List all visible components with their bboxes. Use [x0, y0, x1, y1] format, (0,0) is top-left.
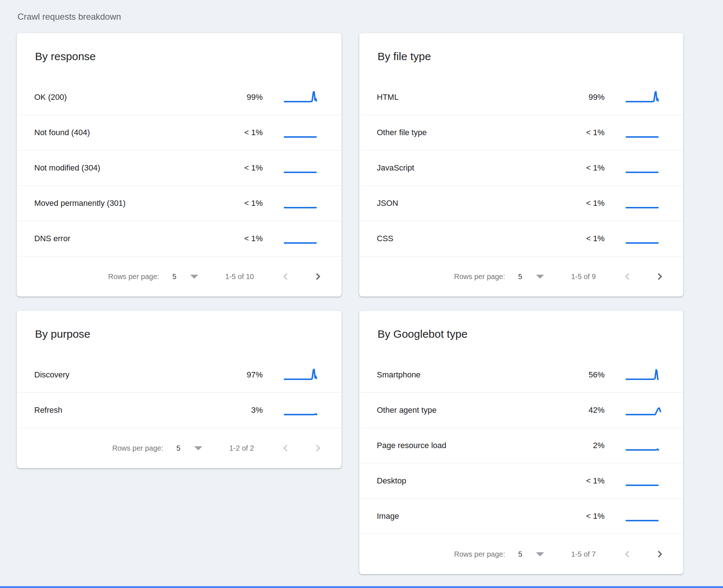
row-label: Moved permanently (301) — [34, 199, 212, 208]
row-label: Smartphone — [377, 370, 554, 380]
chevron-right-icon — [313, 443, 323, 453]
table-row[interactable]: OK (200) 99% — [17, 80, 341, 115]
crawl-requests-breakdown-page: Crawl requests breakdown By response OK … — [0, 0, 723, 588]
row-label: CSS — [377, 234, 554, 243]
row-label: Other agent type — [377, 405, 554, 415]
chevron-left-icon — [623, 272, 632, 281]
chevron-right-icon — [655, 272, 664, 281]
prev-page-button[interactable] — [281, 443, 290, 453]
row-label: Image — [377, 511, 554, 521]
rows-per-page-value[interactable]: 5 — [518, 550, 522, 558]
row-value: 99% — [554, 93, 605, 102]
row-label: JavaScript — [377, 163, 554, 173]
table-row[interactable]: Moved permanently (301) < 1% — [17, 186, 341, 221]
row-value: 3% — [212, 405, 263, 415]
row-value: < 1% — [554, 476, 605, 486]
table-row[interactable]: Page resource load 2% — [359, 428, 683, 463]
sparkline-chart — [625, 197, 663, 210]
sparkline-chart — [283, 232, 321, 245]
row-value: 2% — [554, 441, 605, 450]
next-page-button[interactable] — [655, 272, 664, 281]
table-row[interactable]: Refresh 3% — [17, 393, 341, 428]
pagination-range: 1-5 of 10 — [225, 273, 254, 281]
card-title: By purpose — [17, 311, 341, 357]
table-row[interactable]: Discovery 97% — [17, 357, 341, 393]
breakdown-card: By Googlebot type Smartphone 56% Other a… — [359, 311, 683, 574]
table-row[interactable]: Not modified (304) < 1% — [17, 150, 341, 186]
table-row[interactable]: Smartphone 56% — [359, 357, 683, 393]
card-rows: Discovery 97% Refresh 3% — [17, 357, 341, 428]
pagination-bar: Rows per page: 5 1-5 of 10 — [17, 256, 341, 297]
pagination-bar: Rows per page: 5 1-5 of 9 — [359, 256, 683, 297]
sparkline-chart — [625, 404, 663, 417]
row-value: 42% — [554, 405, 605, 415]
row-label: Discovery — [34, 370, 212, 380]
prev-page-button[interactable] — [623, 272, 632, 281]
table-row[interactable]: Other agent type 42% — [359, 393, 683, 428]
sparkline-chart — [625, 510, 663, 523]
table-row[interactable]: HTML 99% — [359, 80, 683, 115]
sparkline-chart — [625, 161, 663, 175]
row-value: < 1% — [554, 128, 605, 137]
rows-per-page-label: Rows per page: — [454, 273, 505, 281]
rows-per-page-select[interactable]: 5 — [172, 273, 225, 281]
table-row[interactable]: JSON < 1% — [359, 186, 683, 221]
sparkline-chart — [625, 474, 663, 487]
prev-page-button[interactable] — [281, 272, 290, 281]
sparkline-chart — [625, 368, 663, 381]
rows-per-page-label: Rows per page: — [108, 273, 159, 281]
rows-per-page-select[interactable]: 5 — [176, 444, 229, 452]
triangle-down-icon[interactable] — [536, 275, 544, 279]
rows-per-page-value[interactable]: 5 — [176, 444, 180, 452]
row-label: JSON — [377, 199, 554, 208]
row-label: Other file type — [377, 128, 554, 137]
table-row[interactable]: Not found (404) < 1% — [17, 115, 341, 150]
rows-per-page-select[interactable]: 5 — [518, 273, 571, 281]
rows-per-page-label: Rows per page: — [112, 444, 163, 452]
rows-per-page-value[interactable]: 5 — [518, 273, 522, 281]
page-title: Crawl requests breakdown — [17, 12, 121, 22]
triangle-down-icon[interactable] — [194, 446, 202, 450]
breakdown-card: By purpose Discovery 97% Refresh 3% Rows… — [17, 311, 341, 468]
pagination-bar: Rows per page: 5 1-2 of 2 — [17, 428, 341, 468]
prev-page-button[interactable] — [623, 549, 632, 559]
row-label: OK (200) — [34, 93, 212, 102]
card-rows: OK (200) 99% Not found (404) < 1% Not mo… — [17, 80, 341, 256]
row-value: 99% — [212, 93, 263, 102]
triangle-down-icon[interactable] — [190, 275, 198, 279]
breakdown-card: By file type HTML 99% Other file type < … — [359, 33, 683, 297]
triangle-down-icon[interactable] — [536, 552, 544, 556]
row-value: 56% — [554, 370, 605, 380]
rows-per-page-value[interactable]: 5 — [172, 273, 176, 281]
sparkline-chart — [283, 404, 321, 417]
sparkline-chart — [283, 91, 321, 104]
sparkline-chart — [625, 232, 663, 245]
card-title: By Googlebot type — [359, 311, 683, 357]
chevron-left-icon — [281, 272, 290, 281]
table-row[interactable]: Desktop < 1% — [359, 463, 683, 499]
next-page-button[interactable] — [655, 549, 664, 559]
row-value: < 1% — [212, 199, 263, 208]
next-page-button[interactable] — [313, 443, 323, 453]
row-value: 97% — [212, 370, 263, 380]
row-value: < 1% — [554, 199, 605, 208]
row-label: Not found (404) — [34, 128, 212, 137]
table-row[interactable]: JavaScript < 1% — [359, 150, 683, 186]
row-label: Desktop — [377, 476, 554, 486]
sparkline-chart — [283, 197, 321, 210]
table-row[interactable]: Image < 1% — [359, 499, 683, 534]
pagination-range: 1-2 of 2 — [229, 444, 254, 452]
next-page-button[interactable] — [313, 272, 323, 281]
table-row[interactable]: Other file type < 1% — [359, 115, 683, 150]
table-row[interactable]: DNS error < 1% — [17, 221, 341, 256]
sparkline-chart — [625, 91, 663, 104]
table-row[interactable]: CSS < 1% — [359, 221, 683, 256]
pagination-bar: Rows per page: 5 1-5 of 7 — [359, 534, 683, 574]
breakdown-card: By response OK (200) 99% Not found (404)… — [17, 33, 341, 297]
chevron-right-icon — [313, 272, 323, 281]
chevron-right-icon — [655, 549, 664, 559]
card-title: By file type — [359, 33, 683, 80]
sparkline-chart — [283, 368, 321, 381]
chevron-left-icon — [623, 549, 632, 559]
rows-per-page-select[interactable]: 5 — [518, 550, 571, 558]
